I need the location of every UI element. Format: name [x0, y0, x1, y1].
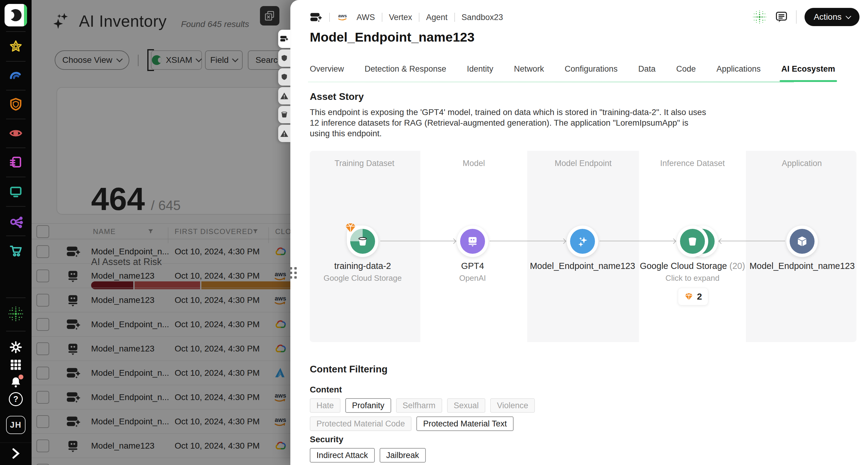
breadcrumb-aws[interactable]: AWS — [356, 13, 375, 22]
shield-icon — [280, 73, 288, 81]
asset-story-body: This endpoint is exposing the 'GPT4' mod… — [310, 107, 708, 139]
svg-text:aws: aws — [338, 13, 347, 18]
gem-icon — [684, 293, 693, 301]
comment-icon[interactable] — [775, 10, 788, 24]
filter-chip[interactable]: Indirect Attack — [310, 448, 375, 463]
minitab-alert-2[interactable] — [278, 125, 290, 142]
sidebar-item-favorites[interactable] — [0, 39, 32, 54]
edge-arrow — [380, 241, 456, 241]
ai-ecosystem-diagram: Training Dataset Model Model Endpoint In… — [310, 151, 857, 342]
filter-chip[interactable]: Sexual — [447, 398, 486, 413]
cart-icon — [8, 243, 23, 257]
cortex-logo[interactable] — [5, 4, 27, 26]
tab[interactable]: Network — [513, 64, 545, 81]
tab-bar: OverviewDetection & ResponseIdentityNetw… — [309, 64, 836, 81]
minitab-alert-1[interactable] — [278, 87, 290, 104]
tab[interactable]: Identity — [466, 64, 494, 81]
monitor-icon — [8, 185, 23, 199]
gear-icon — [9, 340, 23, 354]
edge-arrow — [490, 241, 565, 241]
node-application[interactable] — [786, 226, 818, 257]
minitab-dataset[interactable] — [278, 106, 290, 123]
tab[interactable]: Configurations — [564, 64, 618, 81]
sidebar-item-ai-assistant[interactable] — [0, 306, 32, 322]
node-inference-dataset[interactable] — [677, 226, 708, 257]
column-training-dataset: Training Dataset — [310, 159, 419, 168]
node-label[interactable]: Model_Endpoint_name123 — [738, 261, 857, 271]
gem-count-chip[interactable]: 2 — [678, 288, 708, 305]
sidebar-item-threat-vault[interactable] — [0, 126, 32, 140]
chip-group-label: Content — [310, 385, 535, 395]
filter-chip[interactable]: Violence — [490, 398, 535, 413]
asset-story-heading: Asset Story — [310, 91, 364, 102]
edge-arrow — [599, 241, 676, 241]
settings-button[interactable] — [0, 340, 32, 354]
question-icon: ? — [9, 392, 23, 406]
tab[interactable]: Detection & Response — [364, 64, 447, 81]
sidebar-item-endpoints[interactable] — [0, 185, 32, 199]
node-label[interactable]: Model_Endpoint_name123 — [519, 261, 646, 271]
asset-detail-panel: aws AWS Vertex Agent Sandbox23 Model_End… — [290, 0, 868, 465]
sidebar-item-integrations[interactable] — [0, 214, 32, 229]
app-sidebar: ? JH — [0, 0, 32, 465]
breadcrumb-agent[interactable]: Agent — [426, 13, 448, 22]
actions-button[interactable]: Actions — [805, 8, 860, 26]
tab[interactable]: Data — [638, 64, 656, 81]
bell-icon — [9, 376, 22, 389]
expand-sidebar-button[interactable] — [0, 447, 32, 460]
node-label[interactable]: Google Cloud Storage — [640, 261, 727, 271]
edge-arrow-reversed — [719, 241, 785, 241]
minitab-shield-1[interactable] — [278, 49, 290, 67]
tab[interactable]: AI Ecosystem — [781, 64, 836, 81]
shield-icon — [8, 97, 23, 112]
filter-chip[interactable]: Jailbreak — [380, 448, 426, 463]
panel-drag-handle[interactable] — [290, 267, 297, 279]
tab[interactable]: Overview — [309, 64, 345, 81]
shield-icon — [280, 54, 288, 62]
node-sublabel: OpenAI — [409, 273, 536, 283]
gem-count: 2 — [697, 291, 702, 302]
grid-icon — [10, 359, 22, 371]
star-icon — [8, 39, 23, 54]
node-training-dataset[interactable] — [347, 226, 378, 257]
sidebar-item-insights[interactable] — [0, 68, 32, 83]
content-filtering: Content HateProfanitySelfharmSexualViole… — [310, 381, 535, 465]
model-endpoint-icon — [310, 11, 322, 23]
green-burst-icon[interactable] — [752, 10, 767, 24]
column-model: Model — [419, 159, 528, 168]
node-label[interactable]: GPT4 — [409, 261, 536, 271]
avatar[interactable]: JH — [6, 416, 26, 434]
arc-icon — [8, 68, 23, 83]
tab[interactable]: Applications — [716, 64, 762, 81]
chevron-right-icon — [11, 447, 20, 460]
breadcrumb: aws AWS Vertex Agent Sandbox23 — [310, 10, 503, 24]
node-model[interactable] — [457, 226, 488, 257]
bucket-icon — [280, 111, 288, 119]
help-button[interactable]: ? — [0, 392, 32, 406]
report-icon — [9, 155, 23, 169]
filter-chip[interactable]: Protected Material Code — [310, 417, 411, 431]
breadcrumb-sandbox[interactable]: Sandbox23 — [462, 13, 503, 22]
filter-chip[interactable]: Profanity — [345, 398, 391, 413]
model-endpoint-icon — [280, 35, 288, 43]
asset-title: Model_Endpoint_name123 — [310, 30, 474, 45]
eye-icon — [8, 126, 23, 140]
gem-risk-badge — [344, 223, 356, 233]
sidebar-item-marketplace[interactable] — [0, 243, 32, 257]
column-inference-dataset: Inference Dataset — [638, 159, 747, 168]
click-to-expand[interactable]: Click to expand — [629, 273, 756, 283]
filter-chip[interactable]: Selfharm — [396, 398, 442, 413]
aws-logo-icon: aws — [337, 13, 350, 22]
filter-chip[interactable]: Protected Material Text — [416, 417, 514, 431]
filter-chip[interactable]: Hate — [310, 398, 340, 413]
node-model-endpoint[interactable] — [567, 226, 598, 257]
minitab-shield-2[interactable] — [278, 68, 290, 86]
sidebar-item-reports[interactable] — [0, 155, 32, 169]
breadcrumb-vertex[interactable]: Vertex — [389, 13, 412, 22]
notifications-button[interactable] — [0, 376, 32, 389]
sidebar-item-protection[interactable] — [0, 97, 32, 112]
tab[interactable]: Code — [676, 64, 696, 81]
apps-grid-button[interactable] — [0, 359, 32, 371]
content-filtering-heading: Content Filtering — [310, 364, 388, 375]
minitab-asset[interactable] — [278, 30, 290, 48]
